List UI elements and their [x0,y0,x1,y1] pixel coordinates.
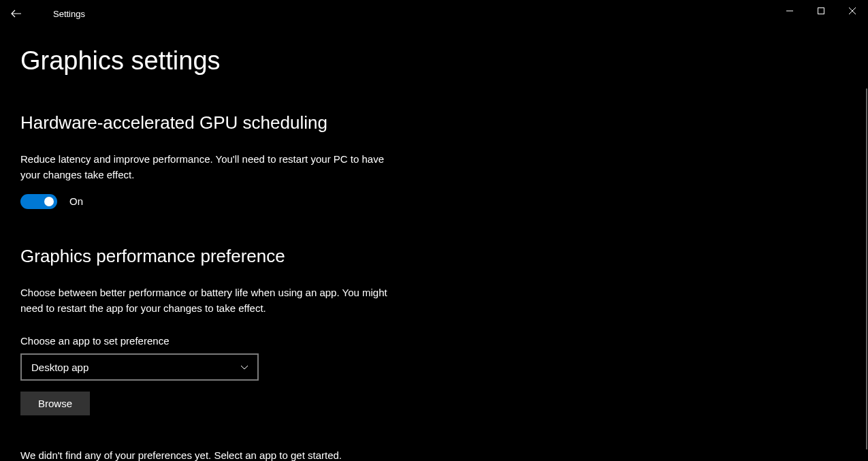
browse-button[interactable]: Browse [20,392,90,415]
page-title: Graphics settings [20,46,477,76]
maximize-button[interactable] [805,0,837,22]
gpu-scheduling-toggle-row: On [20,194,477,209]
gpu-scheduling-toggle[interactable] [20,194,57,209]
arrow-left-icon [11,8,22,19]
scrollbar[interactable] [866,89,867,449]
gpu-scheduling-heading: Hardware-accelerated GPU scheduling [20,112,477,133]
window-title: Settings [53,9,85,19]
gpu-scheduling-toggle-label: On [69,195,83,207]
chevron-down-icon [240,362,249,372]
performance-pref-heading: Graphics performance preference [20,246,477,267]
close-icon [849,7,856,14]
svg-rect-0 [818,8,824,14]
app-type-dropdown[interactable]: Desktop app [20,353,259,381]
gpu-scheduling-description: Reduce latency and improve performance. … [20,151,402,183]
minimize-icon [786,7,793,14]
dropdown-selected-value: Desktop app [31,362,89,373]
close-button[interactable] [837,0,868,22]
window-controls [774,0,868,22]
maximize-icon [818,7,824,14]
minimize-button[interactable] [774,0,805,22]
content-area: Graphics settings Hardware-accelerated G… [0,27,477,461]
back-button[interactable] [0,0,33,27]
titlebar: Settings [0,0,868,27]
choose-app-label: Choose an app to set preference [20,335,477,347]
toggle-knob [44,197,54,206]
empty-preferences-message: We didn't find any of your preferences y… [20,449,477,461]
performance-pref-description: Choose between better performance or bat… [20,285,402,317]
